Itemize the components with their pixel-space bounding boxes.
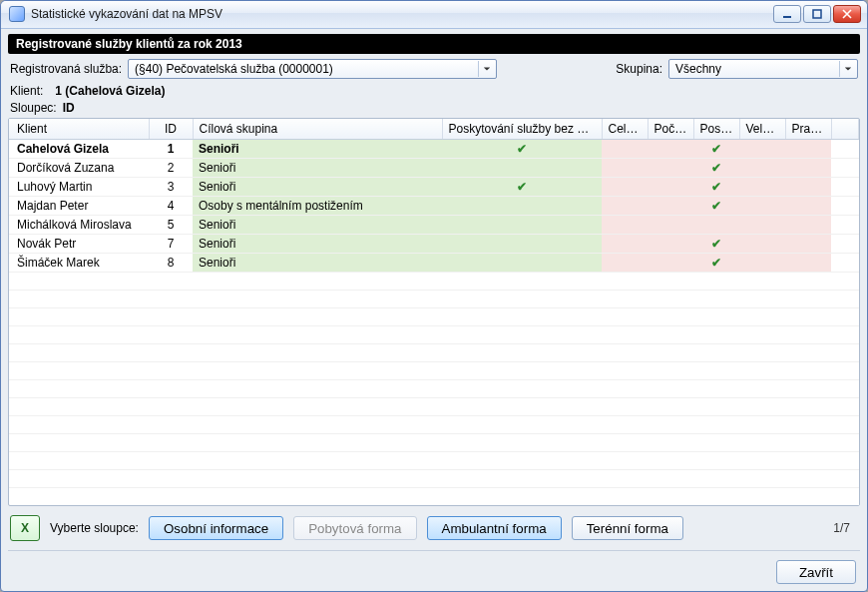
- table-row[interactable]: Novák Petr7Senioři✔: [9, 234, 859, 253]
- cell-celko: [602, 234, 648, 253]
- sloupec-info-row: Sloupec: ID: [8, 101, 860, 115]
- vyberte-sloupce-label: Vyberte sloupce:: [50, 521, 139, 535]
- cell-velke: [739, 158, 785, 177]
- col-header-pocet[interactable]: Počet...: [648, 119, 693, 140]
- cell-bezuhrady: [442, 234, 602, 253]
- ambulantni-forma-button[interactable]: Ambulantní forma: [427, 516, 562, 540]
- maximize-button[interactable]: [803, 5, 831, 23]
- table-row-empty: [9, 451, 859, 469]
- svg-rect-0: [783, 16, 791, 18]
- cell-velke: [739, 234, 785, 253]
- table-row[interactable]: Cahelová Gizela1Senioři✔✔: [9, 139, 859, 158]
- cell-bezuhrady: [442, 253, 602, 272]
- cell-cilova: Osoby s mentálním postižením: [193, 196, 442, 215]
- cell-pocet: [648, 139, 693, 158]
- cell-bezuhrady: [442, 158, 602, 177]
- cell-pocet: [648, 158, 693, 177]
- klient-info-row: Klient: 1 (Cahelová Gizela): [8, 84, 860, 98]
- cell-prani: [785, 158, 831, 177]
- table-row[interactable]: Majdan Peter4Osoby s mentálním postižení…: [9, 196, 859, 215]
- chevron-down-icon: [478, 61, 494, 77]
- client-area: Registrované služby klientů za rok 2013 …: [1, 29, 867, 591]
- cell-bezuhrady: ✔: [442, 177, 602, 196]
- table-row[interactable]: Luhový Martin3Senioři✔✔: [9, 177, 859, 196]
- cell-posky: ✔: [693, 234, 739, 253]
- svg-rect-1: [813, 10, 821, 18]
- cell-id: 7: [149, 234, 193, 253]
- cell-klient: Novák Petr: [9, 234, 149, 253]
- close-icon: [842, 9, 852, 19]
- col-header-cilova[interactable]: Cílová skupina: [193, 119, 442, 140]
- col-header-id[interactable]: ID: [149, 119, 193, 140]
- table-row-empty: [9, 415, 859, 433]
- cell-velke: [739, 253, 785, 272]
- page-indicator: 1/7: [833, 521, 854, 535]
- cell-klient: Luhový Martin: [9, 177, 149, 196]
- service-select[interactable]: (§40) Pečovatelská služba (0000001): [128, 59, 497, 79]
- filter-row: Registrovaná služba: (§40) Pečovatelská …: [8, 57, 860, 81]
- table-row-empty: [9, 290, 859, 307]
- cell-klient: Dorčíková Zuzana: [9, 158, 149, 177]
- data-table[interactable]: Klient ID Cílová skupina Poskytování slu…: [8, 118, 860, 506]
- klient-label: Klient:: [10, 84, 43, 98]
- cell-posky: ✔: [693, 253, 739, 272]
- check-icon: ✔: [711, 161, 721, 175]
- table-row-empty: [9, 379, 859, 397]
- cell-posky: ✔: [693, 158, 739, 177]
- table-row-empty: [9, 361, 859, 379]
- osobni-informace-button[interactable]: Osobní informace: [149, 516, 283, 540]
- cell-id: 8: [149, 253, 193, 272]
- cell-klient: Michálková Miroslava: [9, 215, 149, 234]
- cell-celko: [602, 177, 648, 196]
- cell-cilova: Senioři: [193, 215, 442, 234]
- chevron-down-icon: [839, 61, 855, 77]
- check-icon: ✔: [711, 199, 721, 213]
- cell-prani: [785, 215, 831, 234]
- cell-cilova: Senioři: [193, 234, 442, 253]
- table-row-empty: [9, 397, 859, 415]
- col-header-blank: [831, 119, 859, 140]
- cell-celko: [602, 215, 648, 234]
- divider: [8, 550, 860, 551]
- export-excel-button[interactable]: X: [10, 515, 40, 541]
- close-button[interactable]: [833, 5, 861, 23]
- cell-posky: [693, 215, 739, 234]
- table-row[interactable]: Michálková Miroslava5Senioři: [9, 215, 859, 234]
- terenni-forma-button[interactable]: Terénní forma: [572, 516, 683, 540]
- cell-celko: [602, 253, 648, 272]
- col-header-klient[interactable]: Klient: [9, 119, 149, 140]
- window-buttons: [773, 5, 861, 23]
- table-row[interactable]: Šimáček Marek8Senioři✔: [9, 253, 859, 272]
- table-row-empty: [9, 343, 859, 361]
- cell-celko: [602, 158, 648, 177]
- cell-prani: [785, 253, 831, 272]
- table-row-empty: [9, 487, 859, 505]
- zavrit-button[interactable]: Zavřít: [776, 560, 856, 584]
- excel-icon: X: [21, 521, 29, 535]
- check-icon: ✔: [711, 180, 721, 194]
- cell-pocet: [648, 234, 693, 253]
- titlebar: Statistické vykazování dat na MPSV: [1, 1, 867, 29]
- table-row[interactable]: Dorčíková Zuzana2Senioři✔: [9, 158, 859, 177]
- col-header-prani[interactable]: Praní ...: [785, 119, 831, 140]
- footer-row: Zavřít: [8, 558, 860, 584]
- cell-velke: [739, 177, 785, 196]
- sloupec-label: Sloupec:: [10, 101, 57, 115]
- col-header-celko[interactable]: Celko...: [602, 119, 648, 140]
- service-label: Registrovaná služba:: [10, 62, 122, 76]
- col-header-bezuhrady[interactable]: Poskytování služby bez úhrady: [442, 119, 602, 140]
- col-header-velke[interactable]: Velké...: [739, 119, 785, 140]
- col-header-posky[interactable]: Posky...: [693, 119, 739, 140]
- group-select[interactable]: Všechny: [668, 59, 858, 79]
- minimize-button[interactable]: [773, 5, 801, 23]
- table-row-empty: [9, 325, 859, 343]
- pobytova-forma-button[interactable]: Pobytová forma: [293, 516, 416, 540]
- cell-prani: [785, 177, 831, 196]
- cell-id: 1: [149, 139, 193, 158]
- cell-klient: Šimáček Marek: [9, 253, 149, 272]
- service-select-value: (§40) Pečovatelská služba (0000001): [135, 62, 474, 76]
- maximize-icon: [812, 9, 822, 19]
- cell-id: 3: [149, 177, 193, 196]
- cell-cilova: Senioři: [193, 158, 442, 177]
- cell-celko: [602, 196, 648, 215]
